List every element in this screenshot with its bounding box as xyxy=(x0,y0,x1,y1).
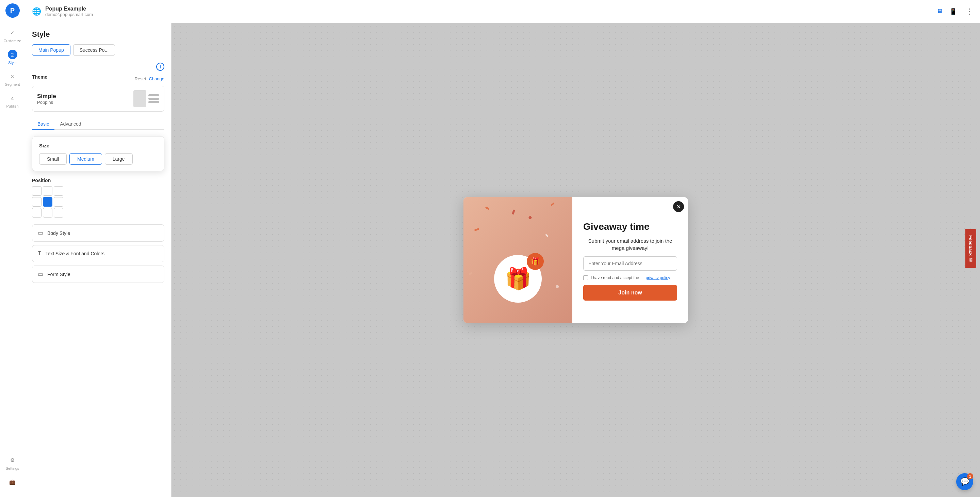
position-label: Position xyxy=(32,178,51,183)
pos-cell-2[interactable] xyxy=(54,186,63,196)
popup-close-button[interactable]: ✕ xyxy=(673,201,684,212)
size-medium-button[interactable]: Medium xyxy=(69,153,102,165)
pos-cell-5[interactable] xyxy=(54,197,63,207)
popup-tabs: Main Popup Success Po... xyxy=(32,44,164,56)
text-size-icon: T xyxy=(38,250,41,257)
tab-success-popup[interactable]: Success Po... xyxy=(73,44,115,56)
left-panel: Style Main Popup Success Po... i Theme R… xyxy=(25,23,172,497)
pos-cell-0[interactable] xyxy=(32,186,41,196)
theme-actions: Reset Change xyxy=(134,76,164,81)
privacy-link[interactable]: privacy policy xyxy=(646,276,670,280)
theme-change-button[interactable]: Change xyxy=(149,76,164,81)
theme-row: Theme Reset Change xyxy=(32,74,164,83)
nav-label-customize: Customize xyxy=(4,39,21,43)
theme-reset-button[interactable]: Reset xyxy=(134,76,146,81)
pos-cell-4[interactable] xyxy=(43,197,52,207)
feedback-icon: ✉ xyxy=(968,258,974,262)
form-style-item[interactable]: ▭ Form Style xyxy=(32,266,164,283)
more-options-icon[interactable]: ⋮ xyxy=(966,7,973,16)
tab-main-popup[interactable]: Main Popup xyxy=(32,44,70,56)
info-icon[interactable]: i xyxy=(156,63,164,71)
nav-label-segment: Segment xyxy=(5,82,20,86)
popup-modal: ✕ xyxy=(463,197,688,323)
form-style-icon: ▭ xyxy=(38,271,43,278)
top-header: 🌐 Popup Example demo2.popupsmart.com 🖥 📱… xyxy=(25,0,980,23)
nav-item-style[interactable]: 2 Style xyxy=(0,46,25,68)
nav-label-publish: Publish xyxy=(6,104,18,108)
customize-icon: ✓ xyxy=(8,28,18,37)
pos-cell-8[interactable] xyxy=(54,208,63,218)
checkbox-row: I have read and accept the privacy polic… xyxy=(583,276,677,280)
privacy-checkbox[interactable] xyxy=(583,276,588,280)
shape-lines xyxy=(148,94,159,103)
nav-item-segment[interactable]: 3 Segment xyxy=(0,68,25,90)
popup-right-panel: Giveaway time Submit your email address … xyxy=(572,197,688,323)
nav-item-briefcase[interactable]: 💼 xyxy=(6,474,19,490)
body-style-label: Body Style xyxy=(47,231,70,236)
join-now-button[interactable]: Join now xyxy=(583,285,677,301)
segment-step-icon: 3 xyxy=(8,72,18,81)
nav-label-style: Style xyxy=(8,61,16,65)
text-size-label: Text Size & Font and Colors xyxy=(45,251,105,256)
main-area: 🌐 Popup Example demo2.popupsmart.com 🖥 📱… xyxy=(25,0,980,497)
tab-advanced[interactable]: Advanced xyxy=(54,118,86,130)
nav-item-customize[interactable]: ✓ Customize xyxy=(0,24,25,46)
gift-circle: 🎁 🎁 xyxy=(494,255,542,303)
pos-cell-1[interactable] xyxy=(43,186,52,196)
popup-subtext: Submit your email address to join the me… xyxy=(583,237,677,252)
shape-line-2 xyxy=(148,98,159,100)
email-input[interactable] xyxy=(583,256,677,271)
shape-line-3 xyxy=(148,101,159,103)
popup-left-panel: 🎁 🎁 xyxy=(463,197,572,323)
header-title-group: Popup Example demo2.popupsmart.com xyxy=(45,6,931,17)
size-popup: Size Small Medium Large xyxy=(32,136,164,171)
theme-label: Theme xyxy=(32,74,47,80)
logo-text: P xyxy=(10,7,14,14)
body-style-item[interactable]: ▭ Body Style xyxy=(32,224,164,242)
chat-bubble-button[interactable]: 💬 1 xyxy=(956,473,973,490)
preview-area: ✕ xyxy=(172,23,980,497)
shape-line-1 xyxy=(148,94,159,96)
size-buttons: Small Medium Large xyxy=(39,153,157,165)
nav-bottom: ⚙ Settings 💼 xyxy=(6,452,19,497)
content-row: Style Main Popup Success Po... i Theme R… xyxy=(25,23,980,497)
globe-icon: 🌐 xyxy=(32,7,41,16)
settings-icon: ⚙ xyxy=(8,456,18,465)
nav-item-settings[interactable]: ⚙ Settings xyxy=(6,452,19,474)
body-style-icon: ▭ xyxy=(38,229,43,237)
size-label: Size xyxy=(39,143,157,148)
theme-name: Simple xyxy=(37,93,56,100)
theme-card: Simple Poppins xyxy=(32,86,164,112)
position-grid xyxy=(32,186,164,218)
theme-preview xyxy=(134,90,159,107)
nav-item-publish[interactable]: 4 Publish xyxy=(0,90,25,112)
tab-basic[interactable]: Basic xyxy=(32,118,54,130)
text-size-item[interactable]: T Text Size & Font and Colors xyxy=(32,245,164,262)
publish-step-icon: 4 xyxy=(8,93,18,103)
style-step-icon: 2 xyxy=(8,50,18,59)
theme-info: Simple Poppins xyxy=(37,93,56,105)
pos-cell-3[interactable] xyxy=(32,197,41,207)
panel-title: Style xyxy=(32,30,164,39)
theme-font: Poppins xyxy=(37,100,56,105)
info-icon-row: i xyxy=(32,63,164,71)
desktop-device-button[interactable]: 🖥 xyxy=(935,6,944,16)
section-tabs: Basic Advanced xyxy=(32,118,164,130)
badge-emoji: 🎁 xyxy=(531,257,540,266)
size-small-button[interactable]: Small xyxy=(39,153,67,165)
close-icon: ✕ xyxy=(676,204,681,210)
feedback-tab[interactable]: Feedback ✉ xyxy=(966,229,976,268)
gift-badge: 🎁 xyxy=(527,253,544,270)
header-devices: 🖥 📱 xyxy=(935,6,958,17)
form-style-label: Form Style xyxy=(47,272,70,277)
pos-cell-6[interactable] xyxy=(32,208,41,218)
header-title: Popup Example xyxy=(45,6,931,12)
tablet-device-button[interactable]: 📱 xyxy=(948,6,958,17)
gift-emoji: 🎁 xyxy=(505,266,531,291)
size-large-button[interactable]: Large xyxy=(105,153,133,165)
pos-cell-7[interactable] xyxy=(43,208,52,218)
briefcase-icon: 💼 xyxy=(8,477,18,487)
shape-card-1 xyxy=(134,90,146,107)
checkbox-text: I have read and accept the xyxy=(591,276,639,280)
app-logo[interactable]: P xyxy=(5,3,20,18)
